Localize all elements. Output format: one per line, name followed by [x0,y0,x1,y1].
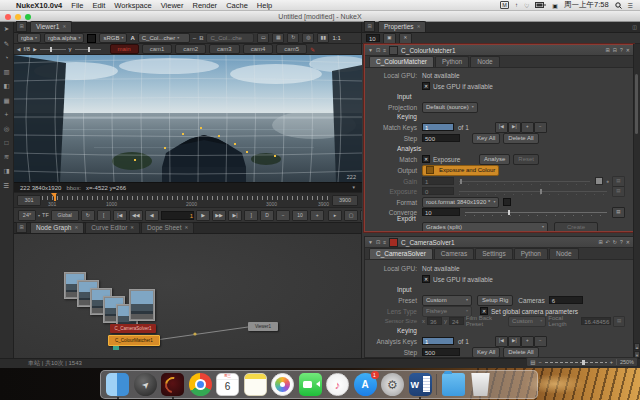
transform-menu-icon[interactable]: □ [5,139,9,146]
gain-prev-icon[interactable]: ◀ [17,47,20,52]
key-all-button[interactable]: Key All [472,347,500,358]
input-method-icon[interactable]: M [500,1,509,9]
colorspace-dropdown[interactable]: sRGB▾ [99,33,127,43]
tab-cameras[interactable]: Cameras [434,248,474,259]
view-cam4-button[interactable]: cam4 [243,44,274,54]
format-dropdown[interactable]: root.format 3840x1920 *▾ [422,197,499,208]
gain-curve-icon[interactable]: ▤ [612,176,625,187]
refresh-icon[interactable]: ↻ [287,33,299,43]
colour-matcher-node[interactable]: C_ColourMatcher1 [108,335,160,346]
dock-finder-icon[interactable] [106,373,129,396]
battery-icon[interactable] [535,2,546,8]
read-node[interactable] [129,289,155,321]
dock-system-preferences-icon[interactable]: ⚙ [381,373,404,396]
gamma-label[interactable]: γ [69,46,72,52]
exposure-anim-icon[interactable]: ▤ [612,186,625,197]
view-cam1-button[interactable]: cam1 [142,44,173,54]
close-panel-icon[interactable]: ✕ [626,47,630,53]
dock-downloads-folder-icon[interactable] [442,373,465,396]
tab-node-graph[interactable]: Node Graph✕ [30,222,84,233]
close-icon[interactable]: ✕ [417,22,421,32]
node-color-chip[interactable] [389,46,398,55]
timeline-ruler[interactable] [42,196,330,200]
range-start-field[interactable]: 301 [17,195,41,206]
monitor-out-icon[interactable]: ▭ [257,33,269,43]
close-icon[interactable]: ✕ [62,22,66,32]
menu-help[interactable]: Help [257,1,272,10]
next-key-icon[interactable]: ▶| [508,336,521,347]
dock-word-icon[interactable]: W [409,373,432,396]
dock-photos-icon[interactable] [271,373,294,396]
range-mode-dropdown[interactable]: Global [51,210,79,221]
menu-render[interactable]: Render [193,1,218,10]
dock-chrome-icon[interactable] [189,373,212,396]
display-icon[interactable]: ▣ [552,2,558,9]
center-node-icon[interactable]: ⊡ [376,239,380,245]
menubar-clock[interactable]: 周一上午7:58 [564,0,609,10]
delete-key-icon[interactable]: − [534,336,547,347]
film-back-dropdown[interactable]: Custom▾ [508,316,546,327]
play-forward-icon[interactable]: ▶▶ [212,210,226,221]
viewer-image[interactable]: 222 [14,55,362,182]
view-cam3-button[interactable]: cam3 [209,44,240,54]
prev-key-icon[interactable]: |◀ [495,336,508,347]
goto-start-icon[interactable]: [ [97,210,111,221]
alpha-layer-dropdown[interactable]: rgba.alpha▾ [44,33,84,43]
collapse-icon[interactable]: ▼ [368,239,373,245]
tab-camerasolver[interactable]: C_CameraSolver [369,248,433,259]
focal-anim-icon[interactable]: ▤ [613,316,625,327]
pane-menu-icon[interactable]: ⊞ [364,21,375,32]
match-exposure-checkbox[interactable]: ✕ [422,155,430,163]
delete-all-button[interactable]: Delete All [503,347,538,358]
menu-viewer[interactable]: Viewer [161,1,184,10]
tab-dope-sheet[interactable]: Dope Sheet✕ [141,222,194,233]
node-input-chip[interactable] [113,346,119,350]
lock-panels-icon[interactable]: ▣ [383,33,396,44]
next-key-icon[interactable]: ▶| [508,122,521,133]
filter-menu-icon[interactable]: ▦ [3,97,9,105]
gain-slider[interactable] [459,181,590,182]
goto-end-icon[interactable]: ] [244,210,258,221]
channel-menu-icon[interactable]: ▥ [3,68,9,76]
zoom-slider[interactable] [545,362,607,363]
notification-center-icon[interactable]: ☰ [628,2,633,9]
analyse-button[interactable]: Analyse [479,154,510,165]
tab-python[interactable]: Python [435,56,469,67]
converge-slider[interactable] [465,212,607,213]
caret-down-icon[interactable]: ▾ [38,213,40,218]
max-panels-field[interactable]: 10 [366,34,380,42]
dock-nuke-icon[interactable] [161,373,184,396]
tab-curve-editor[interactable]: Curve Editor✕ [85,222,140,233]
input-a-dropdown[interactable]: C_Col...cher▾ [138,33,190,43]
camera-solver-node[interactable]: C_CameraSolver1 [110,324,156,333]
keyer-menu-icon[interactable]: + [5,111,9,118]
flipbook-icon[interactable]: ▸ [328,210,342,221]
use-gpu-checkbox[interactable]: ✕ [422,275,430,283]
close-panel-icon[interactable]: ✕ [626,239,630,245]
arrow-up-icon[interactable]: ↑ [515,2,518,8]
preset-dropdown[interactable]: Custom▾ [422,295,472,306]
zoom-out-icon[interactable]: − [538,359,541,365]
pause-icon[interactable]: ▮▮ [317,33,329,43]
draw-tool-icon[interactable]: ✎ [4,40,9,48]
node-graph-canvas[interactable]: C_CameraSolver1 C_ColourMatcher1 Viewer1 [14,234,361,358]
gamma-slider[interactable] [75,49,101,50]
node-color-chip[interactable] [389,238,398,247]
center-node-icon[interactable]: ⊡ [376,47,380,53]
play-backward-icon[interactable]: ◀◀ [129,210,143,221]
viewer-node[interactable]: Viewer1 [248,322,278,331]
close-icon[interactable]: ✕ [184,223,188,233]
sensor-x-field[interactable]: 36 [427,317,442,325]
lens-type-dropdown[interactable]: Fisheye▾ [422,306,472,317]
prev-key-icon[interactable]: |◀ [495,122,508,133]
analysis-keys-field[interactable]: 1 [422,337,454,345]
exposure-field[interactable]: 0 [422,187,454,195]
prev-keyframe-icon[interactable]: |◀ [113,210,127,221]
wipe-color-swatch[interactable] [87,34,96,43]
scroll-up-icon[interactable]: ▲ [634,343,640,350]
spotlight-search-icon[interactable] [615,2,622,9]
view-cam5-button[interactable]: cam5 [276,44,307,54]
info-caret-icon[interactable]: ▼ [352,185,356,190]
output-dropdown[interactable]: Exposure and Colour [422,165,499,176]
grid-overlay-icon[interactable]: ▦ [272,33,284,43]
